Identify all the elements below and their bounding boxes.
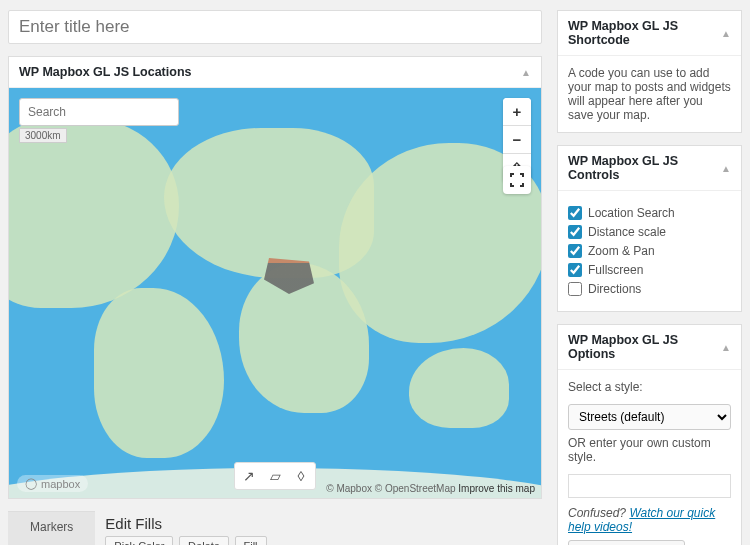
landmass xyxy=(409,348,509,428)
controls-panel-title: WP Mapbox GL JS Controls xyxy=(568,154,721,182)
confused-row: Confused? Watch our quick help videos! xyxy=(568,506,731,534)
options-panel-title: WP Mapbox GL JS Options xyxy=(568,333,721,361)
landmass xyxy=(94,288,224,458)
zoom-out-button[interactable]: − xyxy=(503,126,531,154)
checkbox[interactable] xyxy=(568,263,582,277)
options-panel: WP Mapbox GL JS Options ▲ Select a style… xyxy=(557,324,742,545)
zoom-in-button[interactable]: + xyxy=(503,98,531,126)
fullscreen-button[interactable] xyxy=(503,166,531,194)
draw-toolbar: ↗ ▱ ◊ xyxy=(234,462,316,490)
checkbox[interactable] xyxy=(568,282,582,296)
checkbox[interactable] xyxy=(568,244,582,258)
globe-icon: ◯ xyxy=(25,477,37,490)
checkbox-label: Location Search xyxy=(588,206,675,220)
collapse-icon[interactable]: ▲ xyxy=(721,163,731,174)
improve-map-link[interactable]: Improve this map xyxy=(458,483,535,494)
options-panel-header: WP Mapbox GL JS Options ▲ xyxy=(558,325,741,370)
shortcode-body: A code you can use to add your map to po… xyxy=(558,56,741,132)
controls-panel-header: WP Mapbox GL JS Controls ▲ xyxy=(558,146,741,191)
attr-mapbox[interactable]: © Mapbox xyxy=(326,483,372,494)
control-directions[interactable]: Directions xyxy=(568,282,731,296)
map-canvas[interactable]: 3000km + − ⇧ ◯ mapbox ↗ ▱ xyxy=(9,88,541,498)
locations-panel-title: WP Mapbox GL JS Locations xyxy=(19,65,191,79)
locations-panel: WP Mapbox GL JS Locations ▲ 3000km + − xyxy=(8,56,542,499)
edit-fills-title: Edit Fills xyxy=(105,515,268,532)
advanced-options-button[interactable]: Advanced options xyxy=(568,540,685,545)
attr-osm[interactable]: © OpenStreetMap xyxy=(375,483,456,494)
editor-row: Markers Edit Fills Pick Color Delete Fil… xyxy=(8,511,542,545)
shortcode-panel-header: WP Mapbox GL JS Shortcode ▲ xyxy=(558,11,741,56)
draw-line-button[interactable]: ↗ xyxy=(237,465,261,487)
mapbox-logo-text: mapbox xyxy=(41,478,80,490)
delete-button[interactable]: Delete xyxy=(179,536,229,545)
post-title-input[interactable] xyxy=(8,10,542,44)
edit-fills-section: Edit Fills Pick Color Delete Fill xyxy=(95,511,278,545)
style-select[interactable]: Streets (default) xyxy=(568,404,731,430)
custom-style-input[interactable] xyxy=(568,474,731,498)
map-search-input[interactable] xyxy=(19,98,179,126)
confused-label: Confused? xyxy=(568,506,626,520)
landmass xyxy=(9,118,179,308)
pin-icon: ◊ xyxy=(298,468,305,484)
controls-body: Location Search Distance scale Zoom & Pa… xyxy=(558,191,741,311)
fullscreen-icon xyxy=(509,172,525,188)
collapse-icon[interactable]: ▲ xyxy=(721,28,731,39)
control-zoom-pan[interactable]: Zoom & Pan xyxy=(568,244,731,258)
controls-panel: WP Mapbox GL JS Controls ▲ Location Sear… xyxy=(557,145,742,312)
or-label: OR enter your own custom style. xyxy=(568,436,731,464)
shortcode-panel: WP Mapbox GL JS Shortcode ▲ A code you c… xyxy=(557,10,742,133)
checkbox-label: Fullscreen xyxy=(588,263,643,277)
control-distance-scale[interactable]: Distance scale xyxy=(568,225,731,239)
pick-color-button[interactable]: Pick Color xyxy=(105,536,173,545)
map-attribution: © Mapbox © OpenStreetMap Improve this ma… xyxy=(326,483,535,494)
control-fullscreen[interactable]: Fullscreen xyxy=(568,263,731,277)
shortcode-panel-title: WP Mapbox GL JS Shortcode xyxy=(568,19,721,47)
checkbox[interactable] xyxy=(568,206,582,220)
mapbox-logo: ◯ mapbox xyxy=(17,475,88,492)
collapse-icon[interactable]: ▲ xyxy=(721,342,731,353)
scale-indicator: 3000km xyxy=(19,128,67,143)
line-icon: ↗ xyxy=(243,468,255,484)
checkbox-label: Zoom & Pan xyxy=(588,244,655,258)
fill-button[interactable]: Fill xyxy=(235,536,267,545)
checkbox[interactable] xyxy=(568,225,582,239)
draw-point-button[interactable]: ◊ xyxy=(289,465,313,487)
locations-panel-header: WP Mapbox GL JS Locations ▲ xyxy=(9,57,541,88)
checkbox-label: Directions xyxy=(588,282,641,296)
select-style-label: Select a style: xyxy=(568,380,731,394)
polygon-icon: ▱ xyxy=(270,468,281,484)
control-location-search[interactable]: Location Search xyxy=(568,206,731,220)
markers-tab[interactable]: Markers xyxy=(8,511,95,545)
options-body: Select a style: Streets (default) OR ent… xyxy=(558,370,741,545)
collapse-icon[interactable]: ▲ xyxy=(521,67,531,78)
draw-polygon-button[interactable]: ▱ xyxy=(263,465,287,487)
checkbox-label: Distance scale xyxy=(588,225,666,239)
